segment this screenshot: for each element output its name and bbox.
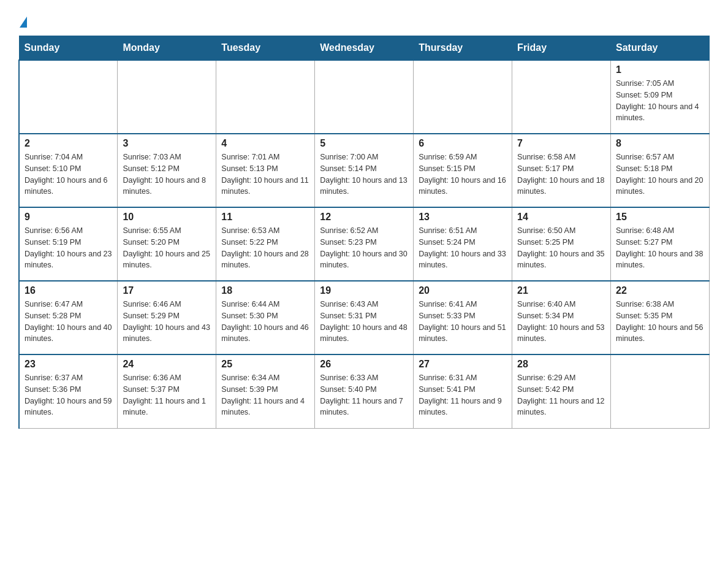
day-info: Sunrise: 6:38 AMSunset: 5:35 PMDaylight:… xyxy=(616,299,704,345)
day-info: Sunrise: 6:58 AMSunset: 5:17 PMDaylight:… xyxy=(517,151,605,197)
day-info: Sunrise: 6:51 AMSunset: 5:24 PMDaylight:… xyxy=(419,225,507,271)
weekday-header-row: SundayMondayTuesdayWednesdayThursdayFrid… xyxy=(19,36,710,61)
day-number: 18 xyxy=(221,285,309,296)
day-number: 23 xyxy=(25,359,112,370)
calendar-cell xyxy=(512,60,611,134)
day-info: Sunrise: 6:43 AMSunset: 5:31 PMDaylight:… xyxy=(320,299,408,345)
calendar-week-1: 1Sunrise: 7:05 AMSunset: 5:09 PMDaylight… xyxy=(19,60,710,134)
day-info: Sunrise: 6:44 AMSunset: 5:30 PMDaylight:… xyxy=(221,299,309,345)
day-number: 9 xyxy=(25,212,112,223)
day-number: 4 xyxy=(221,138,309,149)
day-info: Sunrise: 6:36 AMSunset: 5:37 PMDaylight:… xyxy=(123,372,211,418)
calendar-cell: 4Sunrise: 7:01 AMSunset: 5:13 PMDaylight… xyxy=(216,134,315,207)
day-number: 28 xyxy=(517,359,605,370)
calendar-cell: 8Sunrise: 6:57 AMSunset: 5:18 PMDaylight… xyxy=(611,134,710,207)
weekday-header-sunday: Sunday xyxy=(19,36,118,61)
calendar-cell: 5Sunrise: 7:00 AMSunset: 5:14 PMDaylight… xyxy=(315,134,414,207)
calendar-cell: 17Sunrise: 6:46 AMSunset: 5:29 PMDayligh… xyxy=(118,281,216,354)
day-number: 13 xyxy=(419,212,507,223)
day-number: 6 xyxy=(419,138,507,149)
day-number: 14 xyxy=(517,212,605,223)
calendar-cell: 24Sunrise: 6:36 AMSunset: 5:37 PMDayligh… xyxy=(118,354,216,428)
day-number: 25 xyxy=(221,359,309,370)
calendar-cell: 25Sunrise: 6:34 AMSunset: 5:39 PMDayligh… xyxy=(216,354,315,428)
day-info: Sunrise: 6:53 AMSunset: 5:22 PMDaylight:… xyxy=(221,225,309,271)
calendar-header: SundayMondayTuesdayWednesdayThursdayFrid… xyxy=(19,36,710,61)
day-number: 12 xyxy=(320,212,408,223)
calendar-week-2: 2Sunrise: 7:04 AMSunset: 5:10 PMDaylight… xyxy=(19,134,710,207)
day-info: Sunrise: 6:56 AMSunset: 5:19 PMDaylight:… xyxy=(25,225,112,271)
day-info: Sunrise: 6:31 AMSunset: 5:41 PMDaylight:… xyxy=(419,372,507,418)
day-number: 10 xyxy=(123,212,211,223)
day-info: Sunrise: 7:03 AMSunset: 5:12 PMDaylight:… xyxy=(123,151,211,197)
calendar-cell: 20Sunrise: 6:41 AMSunset: 5:33 PMDayligh… xyxy=(414,281,512,354)
calendar-cell: 1Sunrise: 7:05 AMSunset: 5:09 PMDaylight… xyxy=(611,60,710,134)
calendar-cell: 9Sunrise: 6:56 AMSunset: 5:19 PMDaylight… xyxy=(19,207,118,281)
day-number: 27 xyxy=(419,359,507,370)
day-info: Sunrise: 7:01 AMSunset: 5:13 PMDaylight:… xyxy=(221,151,309,197)
day-number: 3 xyxy=(123,138,211,149)
calendar-week-5: 23Sunrise: 6:37 AMSunset: 5:36 PMDayligh… xyxy=(19,354,710,428)
calendar-cell: 13Sunrise: 6:51 AMSunset: 5:24 PMDayligh… xyxy=(414,207,512,281)
day-info: Sunrise: 6:34 AMSunset: 5:39 PMDaylight:… xyxy=(221,372,309,418)
day-number: 26 xyxy=(320,359,408,370)
day-info: Sunrise: 7:04 AMSunset: 5:10 PMDaylight:… xyxy=(25,151,112,197)
calendar-cell: 7Sunrise: 6:58 AMSunset: 5:17 PMDaylight… xyxy=(512,134,611,207)
day-number: 1 xyxy=(616,64,704,75)
calendar-cell: 26Sunrise: 6:33 AMSunset: 5:40 PMDayligh… xyxy=(315,354,414,428)
calendar-cell: 2Sunrise: 7:04 AMSunset: 5:10 PMDaylight… xyxy=(19,134,118,207)
logo xyxy=(18,12,27,29)
calendar-cell xyxy=(118,60,216,134)
calendar-cell: 22Sunrise: 6:38 AMSunset: 5:35 PMDayligh… xyxy=(611,281,710,354)
calendar-cell: 12Sunrise: 6:52 AMSunset: 5:23 PMDayligh… xyxy=(315,207,414,281)
weekday-header-tuesday: Tuesday xyxy=(216,36,315,61)
weekday-header-wednesday: Wednesday xyxy=(315,36,414,61)
calendar-cell: 6Sunrise: 6:59 AMSunset: 5:15 PMDaylight… xyxy=(414,134,512,207)
day-info: Sunrise: 6:57 AMSunset: 5:18 PMDaylight:… xyxy=(616,151,704,197)
logo-general-row xyxy=(18,12,27,29)
day-info: Sunrise: 6:46 AMSunset: 5:29 PMDaylight:… xyxy=(123,299,211,345)
weekday-header-friday: Friday xyxy=(512,36,611,61)
calendar-cell xyxy=(216,60,315,134)
day-number: 21 xyxy=(517,285,605,296)
day-info: Sunrise: 6:47 AMSunset: 5:28 PMDaylight:… xyxy=(25,299,112,345)
day-info: Sunrise: 6:29 AMSunset: 5:42 PMDaylight:… xyxy=(517,372,605,418)
calendar-cell: 23Sunrise: 6:37 AMSunset: 5:36 PMDayligh… xyxy=(19,354,118,428)
calendar-cell: 27Sunrise: 6:31 AMSunset: 5:41 PMDayligh… xyxy=(414,354,512,428)
weekday-header-thursday: Thursday xyxy=(414,36,512,61)
logo-triangle-icon xyxy=(20,17,27,28)
page-header xyxy=(18,12,710,29)
calendar-cell: 10Sunrise: 6:55 AMSunset: 5:20 PMDayligh… xyxy=(118,207,216,281)
calendar-table: SundayMondayTuesdayWednesdayThursdayFrid… xyxy=(18,36,710,429)
day-number: 7 xyxy=(517,138,605,149)
day-info: Sunrise: 6:48 AMSunset: 5:27 PMDaylight:… xyxy=(616,225,704,271)
day-number: 2 xyxy=(25,138,112,149)
calendar-cell: 15Sunrise: 6:48 AMSunset: 5:27 PMDayligh… xyxy=(611,207,710,281)
day-number: 17 xyxy=(123,285,211,296)
calendar-cell xyxy=(315,60,414,134)
day-info: Sunrise: 6:50 AMSunset: 5:25 PMDaylight:… xyxy=(517,225,605,271)
calendar-cell xyxy=(19,60,118,134)
calendar-cell: 11Sunrise: 6:53 AMSunset: 5:22 PMDayligh… xyxy=(216,207,315,281)
day-info: Sunrise: 6:37 AMSunset: 5:36 PMDaylight:… xyxy=(25,372,112,418)
calendar-cell: 28Sunrise: 6:29 AMSunset: 5:42 PMDayligh… xyxy=(512,354,611,428)
weekday-header-monday: Monday xyxy=(118,36,216,61)
calendar-cell: 3Sunrise: 7:03 AMSunset: 5:12 PMDaylight… xyxy=(118,134,216,207)
calendar-cell xyxy=(611,354,710,428)
calendar-cell: 14Sunrise: 6:50 AMSunset: 5:25 PMDayligh… xyxy=(512,207,611,281)
calendar-cell: 16Sunrise: 6:47 AMSunset: 5:28 PMDayligh… xyxy=(19,281,118,354)
day-number: 15 xyxy=(616,212,704,223)
day-info: Sunrise: 6:59 AMSunset: 5:15 PMDaylight:… xyxy=(419,151,507,197)
calendar-cell: 19Sunrise: 6:43 AMSunset: 5:31 PMDayligh… xyxy=(315,281,414,354)
day-info: Sunrise: 6:40 AMSunset: 5:34 PMDaylight:… xyxy=(517,299,605,345)
day-info: Sunrise: 6:41 AMSunset: 5:33 PMDaylight:… xyxy=(419,299,507,345)
day-number: 5 xyxy=(320,138,408,149)
day-info: Sunrise: 6:55 AMSunset: 5:20 PMDaylight:… xyxy=(123,225,211,271)
day-number: 16 xyxy=(25,285,112,296)
day-number: 20 xyxy=(419,285,507,296)
day-number: 22 xyxy=(616,285,704,296)
calendar-cell: 18Sunrise: 6:44 AMSunset: 5:30 PMDayligh… xyxy=(216,281,315,354)
calendar-cell: 21Sunrise: 6:40 AMSunset: 5:34 PMDayligh… xyxy=(512,281,611,354)
day-number: 8 xyxy=(616,138,704,149)
day-info: Sunrise: 6:52 AMSunset: 5:23 PMDaylight:… xyxy=(320,225,408,271)
